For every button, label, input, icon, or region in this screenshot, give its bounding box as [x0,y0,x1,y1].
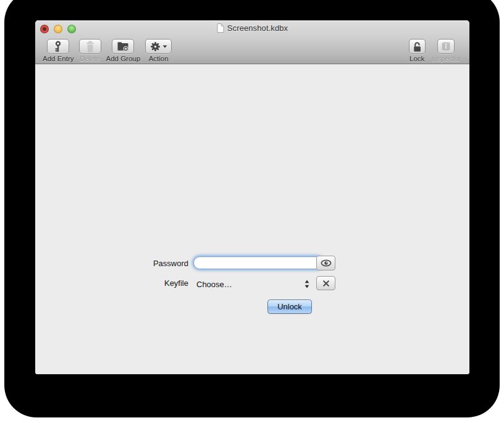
delete-button[interactable]: Delete [79,39,101,62]
add-group-button[interactable]: Add Group [106,39,141,62]
delete-label: Delete [80,55,100,62]
app-window: Screenshot.kdbx Add Entry [35,20,469,374]
title-group: Screenshot.kdbx [35,20,469,36]
folder-add-icon [117,41,129,52]
inspector-label: Inspector [432,55,461,62]
toolbar: Add Entry Delete [35,36,469,64]
inspector-button[interactable]: Inspector [432,39,461,62]
password-input[interactable] [193,256,323,269]
gear-icon [150,41,161,52]
action-label: Action [149,55,169,62]
action-button[interactable]: Action [145,39,172,62]
document-icon [217,23,224,33]
chevron-down-icon [162,45,167,48]
password-label: Password [127,259,188,269]
trash-icon [85,41,96,52]
key-icon [52,41,64,52]
lock-button[interactable]: Lock [409,39,426,62]
add-group-label: Add Group [106,55,141,62]
add-entry-button[interactable]: Add Entry [43,39,74,62]
window-title: Screenshot.kdbx [227,23,288,33]
clear-keyfile-button[interactable] [316,276,335,290]
titlebar[interactable]: Screenshot.kdbx [35,20,469,36]
toolbar-right-group: Lock Inspector [409,39,461,62]
add-entry-label: Add Entry [43,55,74,62]
lock-label: Lock [410,55,424,62]
lock-open-icon [411,41,423,52]
keyfile-popup[interactable]: Choose… [196,279,312,290]
keyfile-label: Keyfile [127,279,188,288]
unlock-button[interactable]: Unlock [267,299,312,314]
show-password-button[interactable] [316,256,335,270]
eye-icon [320,258,332,268]
unlock-view: Password Keyfile Choose… Unlock [35,64,469,374]
toolbar-left-group: Add Entry Delete [43,39,172,62]
window-header: Screenshot.kdbx Add Entry [35,20,469,64]
info-icon [440,41,452,51]
stepper-arrows-icon [304,280,309,288]
x-icon [321,279,331,288]
screenshot-root: { "window": { "title": "Screenshot.kdbx"… [0,0,504,423]
keyfile-selected-value: Choose… [196,280,304,289]
